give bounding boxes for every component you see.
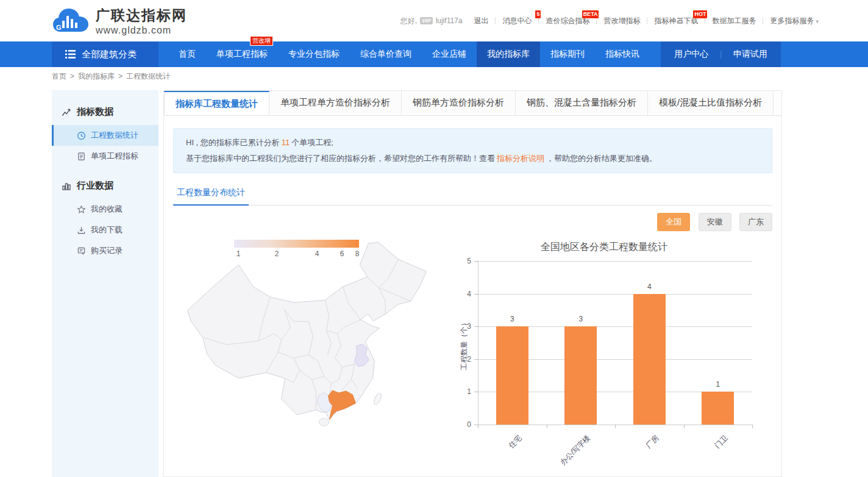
project-count: 11 (282, 138, 290, 147)
notice-box: HI , 您的指标库已累计分析11个单项工程; 基于您指标库中的工程我们为您进行… (173, 128, 772, 173)
nav-unit-price-query[interactable]: 综合单价查询 (350, 41, 422, 67)
user-center-link[interactable]: 用户中心 (674, 49, 708, 60)
more-services-link[interactable]: 更多指标服务▾ (763, 16, 825, 26)
user-greeting: 您好, VIP lujif117a (400, 16, 468, 26)
bar-住宅[interactable] (496, 326, 528, 425)
region-button-guangdong[interactable]: 广东 (739, 213, 772, 231)
star-icon (77, 205, 86, 214)
logo[interactable]: G 广联达指标网 www.gldzb.com (52, 6, 187, 36)
notice-line2: 基于您指标库中的工程我们为您进行了相应的指标分析，希望对您的工作有所帮助！查看指… (186, 151, 760, 167)
nav-my-index-library[interactable]: 我的指标库 (477, 41, 540, 67)
username: lujif117a (436, 16, 463, 25)
china-outline (188, 242, 427, 420)
divider: ｜ (717, 49, 725, 60)
analysis-tabs: 指标库工程数量统计 单项工程单方造价指标分析 钢筋单方造价指标分析 钢筋、混凝土… (164, 91, 781, 116)
tab-unit-cost-analysis[interactable]: 单项工程单方造价指标分析 (269, 91, 402, 115)
clock-icon (77, 131, 86, 140)
cost-composite-index-link[interactable]: 造价综合指标 BETA (539, 16, 596, 26)
sidebar-item-single-project-index[interactable]: 单项工程指标 (52, 146, 158, 167)
header-links: 您好, VIP lujif117a 退出 消息中心 5 造价综合指标 BETA … (400, 16, 825, 26)
sidebar-section-industry-data: 行业数据 (52, 173, 158, 199)
download-icon (77, 226, 86, 235)
document-icon (77, 152, 86, 161)
breadcrumb-home[interactable]: 首页 (52, 71, 66, 82)
y-tick-label: 5 (450, 257, 471, 265)
hamburger-icon (65, 50, 76, 59)
beta-badge: BETA (582, 10, 599, 18)
nav-home[interactable]: 首页 (168, 41, 206, 67)
sidebar-item-purchase-records[interactable]: 购买记录 (52, 240, 158, 261)
bar-门卫[interactable] (702, 392, 734, 425)
logo-cloud-icon: G (52, 6, 90, 35)
sidebar-item-my-downloads[interactable]: 我的下载 (52, 220, 158, 240)
vat-index-link[interactable]: 营改增指标 (597, 16, 647, 26)
nav-subcontract-index[interactable]: 专业分包指标 (278, 41, 350, 67)
message-center-link[interactable]: 消息中心 5 (496, 16, 538, 26)
vat-reform-badge: 营改增 (250, 36, 273, 46)
bar-value-label: 3 (494, 315, 530, 323)
y-tick-label: 0 (450, 420, 471, 429)
x-category-label: 门卫 (713, 433, 730, 451)
tab-formwork-concrete-ratio[interactable]: 模板/混凝土比值指标分析 (648, 91, 774, 115)
region-button-anhui[interactable]: 安徽 (699, 213, 731, 231)
bar-办公/写字楼[interactable] (564, 326, 597, 425)
sidebar-section-index-data: 指标数据 (52, 99, 158, 125)
subtab-distribution-stats[interactable]: 工程数量分布统计 (173, 187, 249, 206)
greeting-text: 您好, (400, 16, 417, 26)
charts-area: 1 2 4 6 8 (164, 231, 781, 477)
province-hainan[interactable] (319, 418, 329, 426)
region-filter: 全国 安徽 广东 (173, 213, 772, 231)
breadcrumb-current: 工程数据统计 (126, 71, 170, 82)
nav-user-area: 用户中心 ｜ 申请试用 (661, 41, 781, 67)
bar-chart-icon (62, 181, 71, 191)
province-taiwan[interactable] (372, 392, 383, 406)
main-nav: 全部建筑分类 首页 单项工程指标 营改增 专业分包指标 综合单价查询 企业店铺 … (0, 41, 868, 67)
nav-enterprise-shop[interactable]: 企业店铺 (422, 41, 477, 67)
map-color-legend: 1 2 4 6 8 (234, 240, 359, 259)
tab-rebar-cost-analysis[interactable]: 钢筋单方造价指标分析 (402, 91, 516, 115)
sidebar: 指标数据 工程数据统计 单项工程指标 行业数据 我的收藏 (52, 90, 158, 477)
breadcrumb-my-library[interactable]: 我的指标库 (78, 71, 115, 82)
bar-value-label: 1 (700, 380, 736, 389)
bar-value-label: 4 (631, 282, 667, 291)
subtab-row: 工程数量分布统计 (173, 187, 772, 206)
index-tool-download-link[interactable]: 指标神器下载 HOT (647, 16, 705, 26)
province-guangdong[interactable] (329, 390, 356, 420)
data-processing-link[interactable]: 数据加工服务 (705, 16, 763, 26)
bar-chart[interactable]: 全国地区各分类工程数量统计 0123453住宅3办公/写字楼4厂房1门卫工程数量… (446, 236, 766, 477)
tab-rebar-concrete-content[interactable]: 钢筋、混凝土含量指标分析 (516, 91, 648, 115)
receipt-icon (77, 246, 86, 256)
bar-厂房[interactable] (633, 294, 666, 425)
trend-chart-icon (62, 107, 71, 117)
chevron-down-icon: ▾ (816, 18, 819, 24)
sidebar-item-project-data-stats[interactable]: 工程数据统计 (52, 125, 158, 146)
nav-index-journal[interactable]: 指标期刊 (540, 41, 595, 67)
region-button-national[interactable]: 全国 (657, 213, 690, 231)
chart-title: 全国地区各分类工程数量统计 (446, 241, 763, 254)
legend-gradient-bar (234, 240, 359, 248)
y-tick-label: 4 (450, 290, 471, 298)
apply-trial-link[interactable]: 申请试用 (733, 49, 767, 60)
y-tick-label: 1 (450, 387, 471, 396)
china-map[interactable]: 1 2 4 6 8 (173, 236, 438, 437)
y-axis-title: 工程数量（个） (459, 319, 469, 370)
all-categories-button[interactable]: 全部建筑分类 (52, 41, 158, 67)
site-header: G 广联达指标网 www.gldzb.com 您好, VIP lujif117a… (0, 0, 868, 41)
main-panel: 指标库工程数量统计 单项工程单方造价指标分析 钢筋单方造价指标分析 钢筋、混凝土… (163, 90, 782, 477)
bar-value-label: 3 (563, 315, 599, 323)
vip-badge: VIP (420, 17, 433, 24)
tab-project-count-stats[interactable]: 指标库工程数量统计 (164, 91, 269, 115)
site-url: www.gldzb.com (96, 25, 187, 36)
analysis-help-link[interactable]: 指标分析说明 (497, 154, 544, 163)
nav-index-news[interactable]: 指标快讯 (595, 41, 650, 67)
site-title: 广联达指标网 (96, 6, 187, 25)
svg-text:G: G (56, 24, 62, 31)
notice-line1: HI , 您的指标库已累计分析11个单项工程; (186, 135, 760, 151)
breadcrumb: 首页 > 我的指标库 > 工程数据统计 (0, 67, 868, 85)
logout-link[interactable]: 退出 (467, 16, 495, 26)
china-map-svg (173, 236, 438, 437)
nav-single-project-index[interactable]: 单项工程指标 营改增 (206, 41, 278, 67)
sidebar-item-my-favorites[interactable]: 我的收藏 (52, 199, 158, 220)
